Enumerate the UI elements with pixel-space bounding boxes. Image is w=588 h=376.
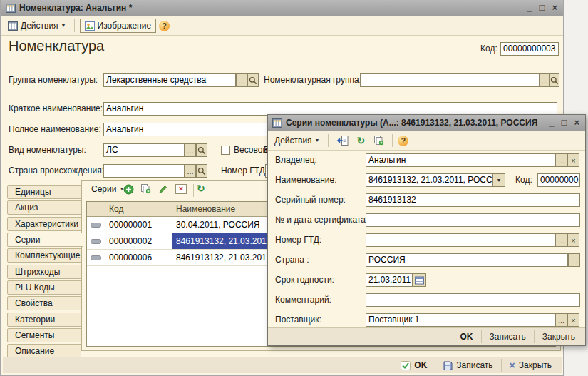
tab-plu-codes[interactable]: PLU Коды — [7, 280, 81, 295]
owner-label: Владелец: — [275, 153, 317, 167]
close-window-button[interactable]: × Закрыть — [505, 359, 556, 372]
row-marker-icon — [91, 255, 101, 260]
weight-checkbox[interactable] — [221, 146, 230, 155]
actions-menu-button[interactable]: Действия ▼ — [5, 19, 69, 32]
go-to-list-icon — [336, 136, 349, 146]
comment-field[interactable] — [366, 293, 580, 307]
tab-components[interactable]: Комплектующие — [7, 248, 81, 263]
owner-clear-button[interactable]: × — [567, 153, 579, 167]
country-origin-field[interactable] — [103, 164, 185, 178]
tab-categories[interactable]: Категории — [7, 313, 81, 327]
help-icon: ? — [162, 21, 167, 30]
ellipsis-icon: ... — [187, 167, 193, 176]
dialog-maximize-button[interactable]: □ — [562, 118, 567, 128]
ellipsis-icon: ... — [558, 156, 564, 165]
dialog-gtd-field[interactable] — [366, 233, 555, 247]
supplier-clear-button[interactable]: × — [567, 313, 579, 327]
dialog-minimize-button[interactable]: _ — [549, 118, 554, 128]
group-ellipsis-button[interactable]: ... — [236, 73, 247, 87]
group-field[interactable]: Лекарственные средства — [103, 73, 236, 87]
expiry-field[interactable]: 21.03.2011 — [366, 273, 413, 287]
row-code-cell[interactable]: 000000006 — [105, 250, 172, 265]
name-label: Наименование: — [275, 173, 337, 187]
row-code-cell[interactable]: 000000001 — [105, 217, 172, 233]
nomen-group-field[interactable] — [360, 73, 540, 87]
tab-excise[interactable]: Акциз — [7, 200, 81, 215]
group-open-button[interactable] — [247, 73, 259, 87]
dialog-actions-label: Действия — [274, 136, 312, 146]
tab-segments[interactable]: Сегменты — [7, 328, 81, 342]
copy-row-button[interactable] — [140, 184, 151, 197]
code-field[interactable]: 00000000003 — [500, 42, 559, 56]
nomen-group-open-button[interactable] — [550, 73, 559, 87]
dialog-close-button[interactable]: × — [574, 118, 579, 128]
calendar-icon — [415, 276, 424, 285]
tab-barcodes[interactable]: Штрихкоды — [7, 265, 81, 279]
dialog-save-button[interactable]: Записать — [485, 330, 530, 343]
tab-properties[interactable]: Свойства — [7, 296, 81, 310]
dialog-refresh-button[interactable]: ↻ — [354, 134, 368, 147]
supplier-ellipsis-button[interactable]: ... — [555, 313, 567, 327]
gtd-clear-button[interactable]: × — [567, 233, 579, 247]
grid-icon — [272, 118, 282, 128]
main-titlebar[interactable]: Номенклатура: Анальгин * _ □ × — [1, 0, 563, 16]
marker-column-header[interactable] — [87, 202, 105, 216]
dialog-titlebar[interactable]: Серии номенклатуры (А...: 8461913132, 21… — [268, 115, 585, 131]
magnifier-icon — [249, 76, 257, 85]
tab-characteristics[interactable]: Характеристики — [7, 217, 81, 231]
footer-separator — [534, 330, 535, 343]
delete-icon: × — [179, 184, 183, 193]
code-column-header[interactable]: Код — [105, 202, 172, 216]
expiry-calendar-button[interactable] — [413, 273, 426, 287]
edit-pencil-icon — [158, 184, 168, 194]
refresh-button[interactable]: ↻ — [197, 183, 205, 193]
ok-button[interactable]: OK — [396, 359, 431, 372]
supplier-label: Поставщик: — [275, 313, 321, 327]
maximize-button[interactable]: □ — [540, 3, 545, 13]
footer-separator — [501, 359, 502, 372]
dialog-ok-button[interactable]: OK — [456, 330, 478, 343]
kind-field[interactable]: ЛС — [103, 143, 185, 157]
gtd-ellipsis-button[interactable]: ... — [555, 233, 567, 247]
help-button[interactable]: ? — [159, 21, 170, 31]
owner-ellipsis-button[interactable]: ... — [555, 153, 567, 167]
minimize-button[interactable]: _ — [527, 3, 532, 13]
owner-field[interactable]: Анальгин — [366, 153, 555, 167]
dialog-country-field[interactable]: РОССИЯ — [366, 253, 568, 267]
dialog-copy-button[interactable] — [371, 134, 387, 147]
dialog-code-field[interactable]: 000000002 — [537, 173, 580, 187]
serial-field[interactable]: 8461913132 — [366, 193, 580, 207]
tab-units[interactable]: Единицы — [7, 185, 81, 199]
save-button[interactable]: Записать — [439, 359, 497, 372]
tab-description[interactable]: Описание — [7, 344, 81, 358]
tab-series[interactable]: Серии — [7, 233, 83, 247]
series-menu-button[interactable]: Серии ▼ — [88, 183, 127, 195]
chevron-down-icon: ▼ — [315, 137, 320, 144]
add-row-button[interactable] — [123, 184, 134, 198]
country-open-button[interactable] — [196, 164, 207, 178]
magnifier-icon — [197, 167, 206, 176]
dialog-actions-menu-button[interactable]: Действия ▼ — [272, 134, 323, 147]
nomen-group-ellipsis-button[interactable]: ... — [540, 73, 550, 87]
close-button[interactable]: × — [552, 3, 557, 13]
series-dialog: Серии номенклатуры (А...: 8461913132, 21… — [267, 114, 586, 346]
supplier-field[interactable]: Поставщик 1 — [366, 313, 555, 327]
dialog-close-action-button[interactable]: Закрыть — [538, 330, 579, 343]
kind-open-button[interactable] — [196, 143, 207, 157]
delete-row-button[interactable]: × — [175, 184, 187, 194]
name-combo-field[interactable]: 8461913132, 21.03.2011, РОССИЯ — [366, 173, 492, 187]
actions-menu-label: Действия — [21, 21, 58, 31]
country-ellipsis-button[interactable]: ... — [568, 253, 580, 267]
name-dropdown-button[interactable]: ▼ — [492, 173, 505, 187]
go-to-owner-button[interactable] — [334, 134, 351, 147]
country-ellipsis-button[interactable]: ... — [185, 164, 196, 178]
row-code-cell[interactable]: 000000002 — [105, 233, 172, 249]
ellipsis-icon: ... — [558, 236, 564, 245]
gtd-label: Номер ГТД: — [221, 164, 267, 178]
edit-row-button[interactable] — [158, 184, 168, 197]
image-button[interactable]: Изображение — [80, 19, 157, 33]
kind-ellipsis-button[interactable]: ... — [185, 143, 196, 157]
dialog-help-button[interactable]: ? — [398, 136, 408, 146]
certificate-field[interactable] — [366, 213, 580, 227]
ellipsis-icon: ... — [571, 256, 577, 265]
